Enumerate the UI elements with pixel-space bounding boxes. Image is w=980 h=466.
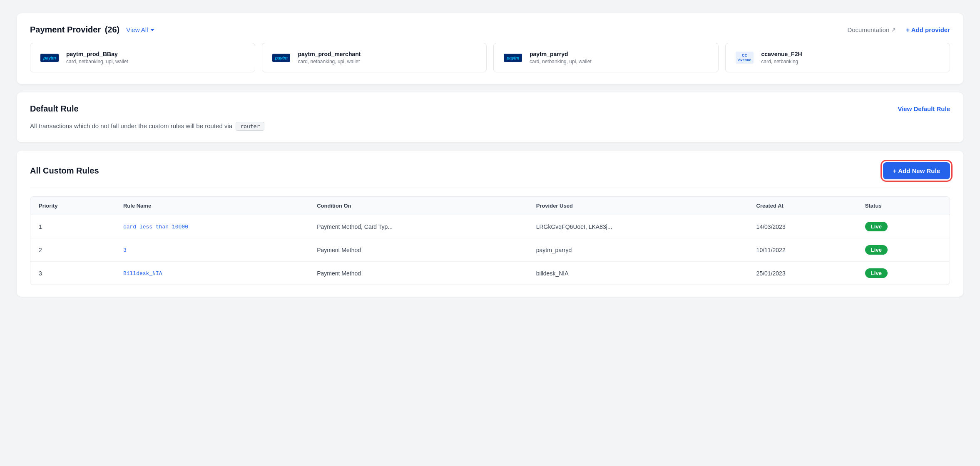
rule-name-link[interactable]: card less than 10000 <box>123 224 188 230</box>
view-default-rule-link[interactable]: View Default Rule <box>898 105 950 112</box>
status-badge: Live <box>865 245 888 255</box>
table-row: 2 3 Payment Method paytm_parryd 10/11/20… <box>30 238 950 262</box>
table-row: 1 card less than 10000 Payment Method, C… <box>30 215 950 238</box>
condition-on-cell: Payment Method <box>308 238 528 262</box>
provider-card: paytm paytm_parryd card, netbanking, upi… <box>493 43 719 72</box>
provider-info: paytm_parryd card, netbanking, upi, wall… <box>530 51 592 64</box>
provider-logo: CCAvenue <box>734 51 756 64</box>
provider-info: paytm_prod_merchant card, netbanking, up… <box>298 51 361 64</box>
provider-used-cell: billdesk_NIA <box>528 262 748 285</box>
custom-rules-title: All Custom Rules <box>30 166 99 176</box>
router-badge: router <box>236 122 264 131</box>
provider-name: paytm_prod_BBay <box>66 51 128 57</box>
provider-info: paytm_prod_BBay card, netbanking, upi, w… <box>66 51 128 64</box>
provider-name: paytm_prod_merchant <box>298 51 361 57</box>
view-all-link[interactable]: View All <box>126 26 154 33</box>
providers-grid: paytm paytm_prod_BBay card, netbanking, … <box>30 43 950 72</box>
table-column-header: Rule Name <box>115 197 308 215</box>
condition-on-cell: Payment Method, Card Typ... <box>308 215 528 238</box>
table-body: 1 card less than 10000 Payment Method, C… <box>30 215 950 285</box>
default-rule-title: Default Rule <box>30 104 79 114</box>
chevron-down-icon <box>150 29 154 31</box>
provider-section-title: Payment Provider (26) <box>30 25 119 35</box>
default-rule-header: Default Rule View Default Rule <box>30 104 950 114</box>
paytm-logo-icon: paytm <box>40 54 59 62</box>
provider-name: ccavenue_F2H <box>761 51 802 57</box>
provider-logo: paytm <box>39 51 60 64</box>
payment-provider-section: Payment Provider (26) View All Documenta… <box>17 13 963 84</box>
table-header-row: PriorityRule NameCondition OnProvider Us… <box>30 197 950 215</box>
created-at-cell: 10/11/2022 <box>748 238 857 262</box>
provider-methods: card, netbanking, upi, wallet <box>298 59 361 64</box>
provider-methods: card, netbanking <box>761 59 802 64</box>
add-provider-link[interactable]: + Add provider <box>906 26 950 33</box>
default-rule-description: All transactions which do not fall under… <box>30 122 950 131</box>
rules-table-container: PriorityRule NameCondition OnProvider Us… <box>30 196 950 285</box>
add-new-rule-button[interactable]: + Add New Rule <box>883 162 950 179</box>
status-cell: Live <box>857 215 950 238</box>
provider-name: paytm_parryd <box>530 51 592 57</box>
table-header: PriorityRule NameCondition OnProvider Us… <box>30 197 950 215</box>
provider-card: paytm paytm_prod_merchant card, netbanki… <box>262 43 487 72</box>
status-cell: Live <box>857 262 950 285</box>
provider-card: paytm paytm_prod_BBay card, netbanking, … <box>30 43 255 72</box>
table-column-header: Priority <box>30 197 115 215</box>
status-badge: Live <box>865 268 888 278</box>
status-cell: Live <box>857 238 950 262</box>
table-row: 3 Billdesk_NIA Payment Method billdesk_N… <box>30 262 950 285</box>
paytm-logo-icon: paytm <box>272 54 291 62</box>
paytm-logo-icon: paytm <box>504 54 522 62</box>
table-column-header: Condition On <box>308 197 528 215</box>
provider-section-header: Payment Provider (26) View All Documenta… <box>30 25 950 35</box>
divider <box>30 188 950 188</box>
rule-name-link[interactable]: Billdesk_NIA <box>123 270 162 277</box>
external-link-icon: ↗ <box>891 27 896 33</box>
table-column-header: Status <box>857 197 950 215</box>
rules-table: PriorityRule NameCondition OnProvider Us… <box>30 197 950 285</box>
page-container: Payment Provider (26) View All Documenta… <box>0 0 980 310</box>
ccavenue-logo-icon: CCAvenue <box>736 52 753 64</box>
provider-methods: card, netbanking, upi, wallet <box>66 59 128 64</box>
default-rule-section: Default Rule View Default Rule All trans… <box>17 92 963 142</box>
custom-rules-header: All Custom Rules + Add New Rule <box>30 162 950 179</box>
priority-cell: 1 <box>30 215 115 238</box>
priority-cell: 3 <box>30 262 115 285</box>
rule-name-cell[interactable]: Billdesk_NIA <box>115 262 308 285</box>
rule-name-link[interactable]: 3 <box>123 247 127 253</box>
provider-logo: paytm <box>271 51 292 64</box>
provider-card: CCAvenue ccavenue_F2H card, netbanking <box>725 43 950 72</box>
provider-info: ccavenue_F2H card, netbanking <box>761 51 802 64</box>
status-badge: Live <box>865 222 888 231</box>
provider-title-group: Payment Provider (26) View All <box>30 25 154 35</box>
priority-cell: 2 <box>30 238 115 262</box>
provider-logo: paytm <box>502 51 524 64</box>
custom-rules-section: All Custom Rules + Add New Rule Priority… <box>17 151 963 297</box>
rule-name-cell[interactable]: 3 <box>115 238 308 262</box>
table-column-header: Provider Used <box>528 197 748 215</box>
provider-section-actions: Documentation ↗ + Add provider <box>847 26 950 33</box>
rule-name-cell[interactable]: card less than 10000 <box>115 215 308 238</box>
provider-used-cell: LRGkGvqFQ6UoeI, LKA83j... <box>528 215 748 238</box>
provider-used-cell: paytm_parryd <box>528 238 748 262</box>
created-at-cell: 25/01/2023 <box>748 262 857 285</box>
table-column-header: Created At <box>748 197 857 215</box>
provider-methods: card, netbanking, upi, wallet <box>530 59 592 64</box>
condition-on-cell: Payment Method <box>308 262 528 285</box>
documentation-link[interactable]: Documentation ↗ <box>847 26 896 33</box>
created-at-cell: 14/03/2023 <box>748 215 857 238</box>
